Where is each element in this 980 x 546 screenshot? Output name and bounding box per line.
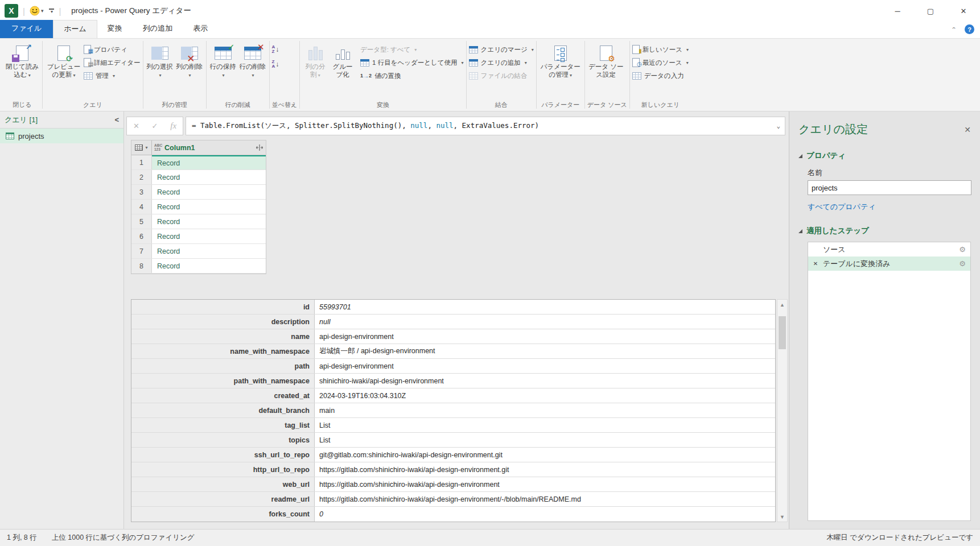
properties-button[interactable]: ▦ プロパティ (84, 44, 141, 55)
refresh-preview-icon: ⟳ (57, 43, 70, 63)
table-row[interactable]: 1Record (131, 155, 266, 170)
enter-data-button[interactable]: データの入力 (632, 71, 689, 81)
manage-parameters-button[interactable]: パラメーターの管理▾ (539, 41, 582, 80)
remove-rows-button[interactable]: ✕ 行の削除▾ (238, 41, 267, 80)
properties-section-header[interactable]: プロパティ (798, 151, 971, 161)
field-value: List (315, 433, 775, 447)
ribbon-group-sort: AZ↓ ZA↓ 並べ替え (270, 39, 300, 111)
table-row[interactable]: 6Record (131, 229, 266, 244)
keep-rows-label: 行の保持▾ (209, 63, 237, 80)
scroll-up-icon[interactable]: ▲ (777, 300, 787, 309)
scrollbar-track[interactable] (777, 309, 787, 512)
append-queries-button[interactable]: クエリの追加 ▾ (469, 57, 534, 68)
query-list-item[interactable]: projects (0, 129, 123, 143)
ribbon-group-transform: 列の分割▾ グループ化 データ型: すべて ▾ 1 行目をヘッダーとして使用 ▾ (300, 39, 466, 111)
scroll-down-icon[interactable]: ▼ (777, 512, 787, 522)
preview-rows: 1Record2Record3Record4Record5Record6Reco… (131, 155, 266, 274)
keep-rows-button[interactable]: ✓ 行の保持▾ (209, 41, 237, 80)
all-properties-link[interactable]: すべてのプロパティ (808, 202, 971, 212)
record-link[interactable]: Record (152, 244, 266, 258)
table-row[interactable]: 7Record (131, 244, 266, 259)
record-link[interactable]: Record (152, 200, 266, 214)
maximize-button[interactable]: ▢ (914, 0, 947, 22)
table-row[interactable]: 8Record (131, 259, 266, 274)
quick-access-toolbar-menu-button[interactable]: ▾ (49, 9, 54, 14)
tab-add-column[interactable]: 列の追加 (133, 20, 183, 38)
ribbon-group-label: データ ソース (587, 100, 627, 111)
new-source-button[interactable]: ▮ 新しいソース ▾ (632, 44, 689, 55)
properties-label: プロパティ (94, 46, 127, 54)
group-by-button[interactable]: グループ化 (330, 41, 356, 78)
ribbon-group-combine: クエリのマージ ▾ クエリの追加 ▾ ファイルの結合 結合 (467, 39, 536, 111)
ribbon: ↗ 閉じて読み込む▾ 閉じる ⟳ プレビューの更新▾ ▦ プロパティ ▤ (0, 39, 980, 111)
tab-file[interactable]: ファイル (0, 20, 53, 38)
table-row[interactable]: 4Record (131, 200, 266, 214)
refresh-preview-button[interactable]: ⟳ プレビューの更新▾ (45, 41, 83, 80)
advanced-editor-button[interactable]: ▤ 詳細エディター (84, 57, 141, 68)
merge-queries-button[interactable]: クエリのマージ ▾ (469, 44, 534, 55)
step-settings-gear-icon[interactable]: ⚙ (959, 259, 966, 268)
collapse-ribbon-icon[interactable]: ⌃ (951, 26, 957, 32)
row-number: 4 (131, 200, 152, 214)
sort-ascending-button[interactable]: AZ↓ (272, 44, 279, 55)
record-link[interactable]: Record (152, 214, 266, 229)
data-source-settings-button[interactable]: ⚙ データ ソース設定 (587, 41, 625, 78)
data-type-button: データ型: すべて ▾ (360, 44, 464, 55)
column-header-column1[interactable]: ABC123 Column1 (152, 140, 266, 155)
close-button[interactable]: ✕ (947, 0, 980, 22)
table-row[interactable]: 2Record (131, 170, 266, 185)
close-and-load-button[interactable]: ↗ 閉じて読み込む▾ (5, 41, 40, 80)
tab-view[interactable]: 表示 (183, 20, 218, 38)
record-link[interactable]: Record (152, 155, 266, 169)
scrollbar-thumb[interactable] (779, 316, 786, 349)
close-panel-icon[interactable]: ✕ (964, 125, 971, 134)
commit-formula-icon[interactable]: ✓ (152, 122, 158, 130)
quick-access-smiley-button[interactable]: ▾ (30, 6, 44, 16)
group-by-label: グループ化 (330, 63, 356, 78)
help-icon[interactable]: ? (965, 24, 974, 34)
table-menu-button[interactable]: ▾ (131, 140, 152, 155)
dropdown-arrow-icon: ▾ (686, 47, 689, 52)
manage-button[interactable]: 管理 ▾ (84, 71, 141, 81)
field-name: http_url_to_repo (131, 462, 315, 477)
profiling-status[interactable]: 上位 1000 行に基づく列のプロファイリング (52, 533, 195, 543)
row-number: 6 (131, 229, 152, 243)
split-column-label: 列の分割▾ (302, 63, 328, 80)
applied-steps-section-header[interactable]: 適用したステップ (798, 226, 971, 236)
table-row[interactable]: 5Record (131, 214, 266, 229)
record-link[interactable]: Record (152, 259, 266, 273)
formula-input[interactable]: = Table.FromList(ソース, Splitter.SplitByNo… (186, 117, 785, 135)
expand-column-icon[interactable] (256, 144, 263, 151)
name-label: 名前 (808, 168, 971, 178)
detail-row: ssh_url_to_repogit@gitlab.com:shinichiro… (131, 448, 775, 462)
replace-values-button[interactable]: 1→2 値の置換 (360, 71, 464, 81)
record-link[interactable]: Record (152, 185, 266, 199)
field-name: web_url (131, 477, 315, 491)
cancel-formula-icon[interactable]: ✕ (133, 122, 139, 130)
formula-segment: null (410, 121, 427, 130)
minimize-button[interactable]: ─ (881, 0, 914, 22)
divider: | (23, 6, 25, 16)
step-settings-gear-icon[interactable]: ⚙ (959, 245, 966, 254)
recent-sources-button[interactable]: ◷ 最近のソース ▾ (632, 57, 689, 68)
formula-segment: , ExtraValues.Error) (454, 121, 540, 130)
use-first-row-button[interactable]: 1 行目をヘッダーとして使用 ▾ (360, 57, 464, 68)
formula-expand-icon[interactable]: ⌄ (776, 122, 780, 130)
remove-columns-button[interactable]: ✕ 列の削除▾ (175, 41, 204, 80)
applied-step[interactable]: ✕テーブルに変換済み⚙ (808, 257, 970, 271)
detail-scrollbar[interactable]: ▲ ▼ (777, 299, 788, 522)
ribbon-group-label: クエリ (45, 100, 141, 111)
ribbon-group-reduce-rows: ✓ 行の保持▾ ✕ 行の削除▾ 行の削減 (207, 39, 269, 111)
table-row[interactable]: 3Record (131, 185, 266, 200)
tab-transform[interactable]: 変換 (97, 20, 133, 38)
query-name-input[interactable] (808, 180, 971, 195)
delete-step-icon[interactable]: ✕ (812, 260, 820, 267)
record-link[interactable]: Record (152, 229, 266, 243)
record-link[interactable]: Record (152, 170, 266, 184)
choose-columns-button[interactable]: 列の選択▾ (146, 41, 174, 80)
tab-home[interactable]: ホーム (53, 20, 97, 38)
collapse-panel-icon[interactable]: < (114, 115, 119, 124)
applied-step[interactable]: ソース⚙ (808, 242, 970, 257)
field-name: topics (131, 433, 315, 447)
sort-descending-button[interactable]: ZA↓ (272, 59, 279, 69)
